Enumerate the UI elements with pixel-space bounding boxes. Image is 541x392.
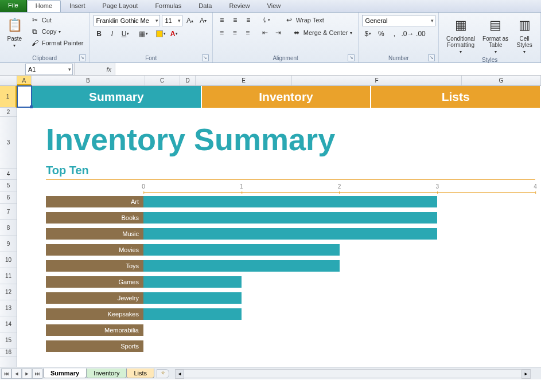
row-header-9[interactable]: 9 — [0, 236, 17, 252]
name-box[interactable]: A1 — [25, 64, 73, 75]
percent-button[interactable]: % — [375, 29, 387, 39]
conditional-formatting-button[interactable]: ▦ Conditional Formatting▾ — [442, 15, 478, 56]
underline-button[interactable]: U▾ — [120, 29, 131, 39]
cells-area[interactable]: SummaryInventoryLists Inventory Summary … — [17, 86, 541, 379]
row-header-11[interactable]: 11 — [0, 268, 17, 284]
wrap-text-label: Wrap Text — [296, 17, 324, 23]
nav-lists[interactable]: Lists — [371, 86, 541, 108]
tab-nav-prev[interactable]: ◄ — [11, 369, 22, 379]
ribbon-tab-view[interactable]: View — [259, 0, 290, 12]
decrease-decimal-button[interactable]: .00 — [415, 29, 426, 39]
tab-nav-next[interactable]: ► — [22, 369, 32, 379]
copy-button[interactable]: ⧉ Copy ▾ — [28, 26, 86, 37]
align-top-button[interactable]: ≡ — [216, 15, 228, 25]
orientation-button[interactable]: ⤹▾ — [260, 15, 272, 25]
format-painter-label: Format Painter — [42, 40, 84, 46]
font-size-combo[interactable]: 11 — [162, 15, 182, 26]
col-header-F[interactable]: F — [292, 76, 462, 85]
cut-button[interactable]: ✂ Cut — [28, 15, 86, 25]
ribbon-tab-data[interactable]: Data — [190, 0, 220, 12]
bar-fill — [143, 228, 437, 240]
row-header-6[interactable]: 6 — [0, 191, 17, 204]
nav-summary[interactable]: Summary — [32, 86, 202, 108]
row-header-5[interactable]: 5 — [0, 180, 17, 191]
row-header-7[interactable]: 7 — [0, 204, 17, 220]
ribbon-tab-insert[interactable]: Insert — [61, 0, 94, 12]
bar-fill — [143, 308, 242, 320]
number-format-combo[interactable]: General — [362, 15, 435, 26]
merge-center-button[interactable]: ⬌ Merge & Center ▾ — [290, 28, 355, 38]
merge-label: Merge & Center — [303, 29, 348, 36]
fx-icon[interactable]: fx — [106, 66, 111, 73]
dialog-launcher-icon[interactable]: ↘ — [348, 54, 355, 61]
file-tab[interactable]: File — [0, 0, 27, 12]
currency-button[interactable]: $▾ — [362, 29, 373, 39]
col-header-D[interactable]: D — [180, 76, 196, 85]
col-header-B[interactable]: B — [32, 76, 145, 85]
align-center-button[interactable]: ≡ — [229, 28, 240, 38]
align-middle-button[interactable]: ≡ — [229, 15, 241, 25]
ribbon-tab-formulas[interactable]: Formulas — [146, 0, 190, 12]
grow-font-button[interactable]: A▴ — [184, 15, 196, 26]
col-header-G[interactable]: G — [462, 76, 541, 85]
format-painter-button[interactable]: 🖌 Format Painter — [28, 38, 86, 48]
row-header-16[interactable]: 16 — [0, 348, 17, 356]
dialog-launcher-icon[interactable]: ↘ — [79, 54, 86, 61]
col-header-E[interactable]: E — [196, 76, 292, 85]
column-headers[interactable]: ABCDEFG — [0, 76, 541, 86]
bar-fill — [143, 276, 242, 288]
ribbon-tab-page-layout[interactable]: Page Layout — [94, 0, 147, 12]
dialog-launcher-icon[interactable]: ↘ — [202, 54, 209, 61]
paste-button[interactable]: 📋 Paste ▾ — [3, 15, 26, 49]
align-right-button[interactable]: ≡ — [242, 28, 254, 38]
new-sheet-button[interactable]: ✧ — [157, 369, 169, 378]
dialog-launcher-icon[interactable]: ↘ — [428, 54, 435, 61]
sheet-tab-summary[interactable]: Summary — [43, 369, 87, 378]
row-header-14[interactable]: 14 — [0, 316, 17, 332]
comma-button[interactable]: , — [388, 29, 400, 39]
fill-color-button[interactable]: ▾ — [155, 29, 167, 39]
row-header-1[interactable]: 1 — [0, 86, 17, 108]
formula-input[interactable] — [115, 63, 541, 75]
row-header-12[interactable]: 12 — [0, 284, 17, 300]
align-bottom-button[interactable]: ≡ — [243, 15, 254, 25]
cell-styles-button[interactable]: ▥ Cell Styles▾ — [512, 15, 537, 56]
bar-fill — [143, 292, 242, 304]
row-header-4[interactable]: 4 — [0, 168, 17, 180]
spreadsheet-grid[interactable]: ABCDEFG 12345678910111213141516 SummaryI… — [0, 76, 541, 379]
row-header-10[interactable]: 10 — [0, 252, 17, 268]
align-left-button[interactable]: ≡ — [216, 28, 228, 38]
increase-decimal-button[interactable]: .0→ — [402, 29, 413, 39]
font-name-combo[interactable]: Franklin Gothic Me — [94, 15, 161, 26]
row-header-3[interactable]: 3 — [0, 117, 17, 168]
bar-label: Toys — [46, 260, 143, 272]
col-header-A[interactable]: A — [17, 76, 32, 85]
ribbon-tab-review[interactable]: Review — [220, 0, 258, 12]
cell-styles-icon: ▥ — [515, 16, 534, 34]
bar-fill — [143, 196, 437, 207]
fmt-table-label: Format as Table — [482, 36, 509, 48]
tab-nav-last[interactable]: ⏭ — [32, 369, 42, 379]
row-header-13[interactable]: 13 — [0, 300, 17, 316]
sheet-tab-inventory[interactable]: Inventory — [86, 369, 127, 378]
bold-button[interactable]: B — [94, 29, 105, 39]
sheet-tab-lists[interactable]: Lists — [126, 369, 154, 378]
wrap-text-button[interactable]: ↩ Wrap Text — [282, 15, 326, 25]
font-color-button[interactable]: A▾ — [169, 29, 180, 39]
shrink-font-button[interactable]: A▾ — [197, 15, 209, 26]
select-all-corner[interactable] — [0, 76, 17, 85]
row-header-2[interactable]: 2 — [0, 108, 17, 117]
italic-button[interactable]: I — [107, 29, 118, 39]
border-button[interactable]: ▦▾ — [138, 29, 149, 39]
row-headers[interactable]: 12345678910111213141516 — [0, 86, 17, 379]
decrease-indent-button[interactable]: ⇤ — [260, 28, 271, 38]
format-as-table-button[interactable]: ▤ Format as Table▾ — [481, 15, 510, 56]
increase-indent-button[interactable]: ⇥ — [273, 28, 284, 38]
tab-nav-first[interactable]: ⏮ — [1, 369, 11, 379]
row-header-15[interactable]: 15 — [0, 332, 17, 348]
col-header-C[interactable]: C — [145, 76, 180, 85]
nav-inventory[interactable]: Inventory — [202, 86, 372, 108]
row-header-8[interactable]: 8 — [0, 220, 17, 236]
ribbon-tab-home[interactable]: Home — [27, 0, 61, 12]
horizontal-scrollbar[interactable] — [175, 369, 531, 378]
